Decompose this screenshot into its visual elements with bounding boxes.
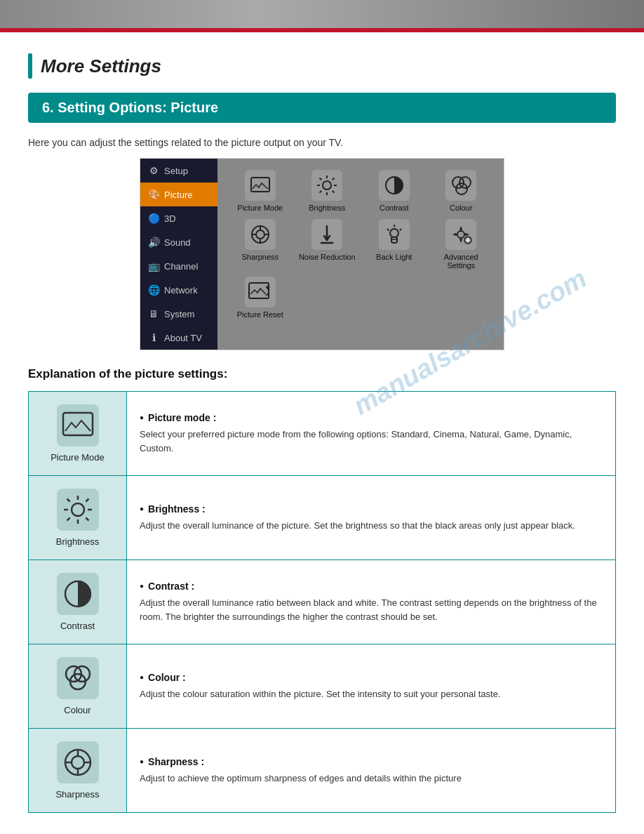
settings-row-sharpness: Sharpness Sharpness : Adjust to achieve … xyxy=(29,729,615,812)
tv-sharpness-icon xyxy=(245,219,276,250)
sharpness-desc: Sharpness : Adjust to achieve the optimu… xyxy=(127,729,615,812)
tv-sidebar-channel: 📺 Channel xyxy=(140,254,217,278)
picture-mode-icon-box xyxy=(57,404,99,446)
sharpness-label: Sharpness xyxy=(55,789,99,800)
sharpness-icon-cell: Sharpness xyxy=(29,729,127,812)
svg-line-8 xyxy=(333,178,335,180)
picture-mode-icon-cell: Picture Mode xyxy=(29,392,127,475)
contrast-icon-cell: Contrast xyxy=(29,560,127,644)
tv-advanced-settings-icon xyxy=(445,219,476,250)
colour-title: Colour : xyxy=(140,672,603,683)
svg-point-26 xyxy=(457,231,464,238)
svg-line-6 xyxy=(320,178,322,180)
3d-icon: 🔵 xyxy=(147,213,160,224)
tv-grid-noise-reduction: Noise Reduction xyxy=(296,219,359,270)
tv-colour-icon xyxy=(445,170,476,201)
contrast-label: Contrast xyxy=(60,621,95,631)
svg-line-9 xyxy=(320,191,322,193)
svg-point-46 xyxy=(72,756,84,769)
tv-picture-reset-icon xyxy=(245,277,276,307)
brightness-title: Brightness : xyxy=(140,503,603,515)
colour-label: Colour xyxy=(64,705,90,715)
settings-row-picture-mode: Picture Mode Picture mode : Select your … xyxy=(29,392,615,476)
brightness-icon-cell: Brightness xyxy=(29,476,127,560)
svg-point-1 xyxy=(323,181,331,190)
tv-grid-colour: Colour xyxy=(430,170,493,212)
network-icon: 🌐 xyxy=(147,284,160,296)
picture-mode-label: Picture Mode xyxy=(51,452,105,463)
colour-text: Adjust the colour saturation within the … xyxy=(140,687,603,701)
explanation-title: Explanation of the picture settings: xyxy=(28,367,616,381)
svg-point-21 xyxy=(390,229,398,237)
colour-icon-box xyxy=(57,657,99,699)
tv-contrast-icon xyxy=(379,170,410,201)
picture-mode-desc: Picture mode : Select your preferred pic… xyxy=(127,392,615,475)
settings-row-contrast: Contrast Contrast : Adjust the overall l… xyxy=(29,560,615,644)
tv-brightness-icon xyxy=(311,170,342,201)
brightness-text: Adjust the overall luminance of the pict… xyxy=(140,519,603,533)
section-header: 6. Setting Options: Picture xyxy=(28,93,616,123)
tv-ui-screenshot: ⚙ Setup 🎨 Picture 🔵 3D 🔊 Sound 📺 Channel… xyxy=(140,158,504,350)
sharpness-text: Adjust to achieve the optimum sharpness … xyxy=(140,772,603,786)
tv-grid-advanced-settings: Advanced Settings xyxy=(430,219,493,270)
tv-sidebar-picture: 🎨 Picture xyxy=(140,183,217,206)
sharpness-title: Sharpness : xyxy=(140,756,603,767)
brightness-desc: Brightness : Adjust the overall luminanc… xyxy=(127,476,615,560)
picture-mode-title: Picture mode : xyxy=(140,412,603,423)
tv-grid-brightness: Brightness xyxy=(296,170,359,212)
page-title: More Settings xyxy=(41,55,161,77)
tv-main-grid: Picture Mode B xyxy=(217,159,504,350)
svg-point-12 xyxy=(459,177,471,188)
title-accent-bar xyxy=(28,53,32,79)
about-icon: ℹ xyxy=(147,332,160,343)
settings-row-colour: Colour Colour : Adjust the colour satura… xyxy=(29,644,615,729)
contrast-desc: Contrast : Adjust the overall luminance … xyxy=(127,560,615,644)
svg-line-37 xyxy=(67,499,69,502)
tv-grid-backlight: Back Light xyxy=(363,219,426,270)
colour-icon-cell: Colour xyxy=(29,644,127,728)
svg-line-40 xyxy=(67,517,69,520)
top-decorative-bar xyxy=(0,0,644,28)
setup-icon: ⚙ xyxy=(147,165,160,176)
contrast-icon-box xyxy=(57,573,99,615)
contrast-title: Contrast : xyxy=(140,581,603,592)
svg-line-39 xyxy=(86,499,88,502)
tv-picture-mode-icon xyxy=(245,170,276,201)
settings-table: Picture Mode Picture mode : Select your … xyxy=(28,391,616,813)
tv-grid-picture-mode: Picture Mode xyxy=(229,170,292,212)
brightness-label: Brightness xyxy=(56,536,99,547)
channel-icon: 📺 xyxy=(147,260,160,272)
colour-desc: Colour : Adjust the colour saturation wi… xyxy=(127,644,615,728)
contrast-text: Adjust the overall luminance ratio betwe… xyxy=(140,596,603,623)
sound-icon: 🔊 xyxy=(147,237,160,248)
tv-grid-contrast: Contrast xyxy=(363,170,426,212)
svg-line-38 xyxy=(86,517,88,520)
tv-sidebar-setup: ⚙ Setup xyxy=(140,159,217,183)
system-icon: 🖥 xyxy=(147,308,160,319)
intro-text: Here you can adjust the settings related… xyxy=(28,137,616,148)
svg-line-23 xyxy=(400,229,401,230)
picture-mode-text: Select your preferred picture mode from … xyxy=(140,428,603,455)
svg-line-7 xyxy=(333,191,335,193)
sharpness-icon-box xyxy=(57,741,99,783)
tv-sidebar-3d: 🔵 3D xyxy=(140,206,217,230)
brightness-icon-box xyxy=(57,489,99,531)
tv-sidebar-sound: 🔊 Sound xyxy=(140,230,217,254)
svg-point-15 xyxy=(256,230,264,239)
tv-grid-sharpness: Sharpness xyxy=(229,219,292,270)
svg-point-32 xyxy=(72,503,84,516)
tv-backlight-icon xyxy=(379,219,410,250)
svg-point-13 xyxy=(456,183,467,194)
picture-icon: 🎨 xyxy=(147,189,160,200)
tv-sidebar: ⚙ Setup 🎨 Picture 🔵 3D 🔊 Sound 📺 Channel… xyxy=(140,159,217,350)
tv-grid-picture-reset: Picture Reset xyxy=(229,277,292,319)
svg-line-24 xyxy=(387,229,389,230)
tv-noise-reduction-icon xyxy=(311,219,342,250)
more-settings-title: More Settings xyxy=(28,53,616,79)
tv-sidebar-system: 🖥 System xyxy=(140,302,217,326)
tv-sidebar-about: ℹ About TV xyxy=(140,326,217,350)
tv-sidebar-network: 🌐 Network xyxy=(140,278,217,302)
settings-row-brightness: Brightness Brightness : Adjust the overa… xyxy=(29,476,615,560)
